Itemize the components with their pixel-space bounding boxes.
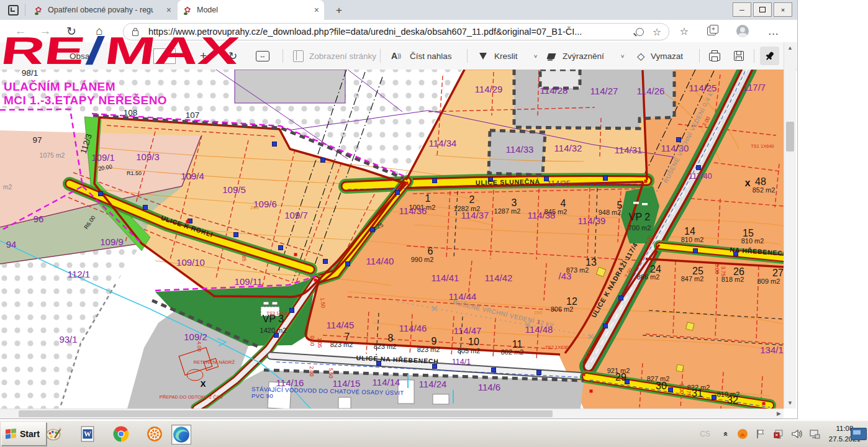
zoom-out-button[interactable]: − [171, 42, 178, 70]
language-indicator[interactable]: CS [700, 430, 710, 438]
favorites-bar-button[interactable]: ☆ [674, 20, 694, 42]
draw-label[interactable]: Kreslit [494, 42, 518, 70]
taskbar-word-button[interactable]: W [78, 425, 97, 443]
taskbar: Start W [0, 420, 868, 447]
page-view-button[interactable] [293, 42, 304, 70]
map-label: 114/47 [454, 325, 482, 336]
map-label: 109/2 [184, 332, 207, 342]
forward-icon[interactable]: → [36, 20, 55, 42]
save-button[interactable] [734, 42, 744, 70]
map-label: 114/42 [485, 273, 513, 283]
back-icon[interactable]: ← [11, 20, 30, 42]
rotate-button[interactable]: ↻ [228, 42, 237, 70]
start-button[interactable]: Start [1, 422, 47, 446]
map-label: 1 [425, 193, 431, 204]
map-label: 5.00 [679, 384, 685, 394]
scroll-right-icon[interactable]: ▶ [777, 410, 781, 417]
horizontal-scrollbar[interactable]: ▶ [0, 409, 784, 418]
minimize-button[interactable]: ─ [733, 2, 751, 17]
map-label: 10 [468, 336, 479, 347]
tab-model[interactable]: ✿ Model × [178, 0, 324, 20]
scroll-down-icon[interactable]: ▼ [784, 400, 796, 406]
tab-actions-button[interactable] [6, 4, 25, 16]
svg-text:W: W [84, 430, 91, 438]
read-aloud-label[interactable]: Číst nahlas [410, 42, 452, 70]
hydrant-symbol [712, 395, 717, 400]
map-label: 109/1 [91, 152, 115, 163]
map-label: 114/26 [637, 86, 665, 96]
print-button[interactable] [709, 42, 720, 70]
device-eject-icon[interactable]: ✕ [772, 428, 785, 440]
draw-chevron-icon[interactable]: ∨ [533, 45, 538, 66]
action-center-flag-icon[interactable] [754, 428, 767, 440]
vertical-scrollbar[interactable]: ▲ ▼ [784, 42, 796, 409]
horizontal-scroll-thumb[interactable] [19, 410, 553, 417]
tray-expand-icon[interactable]: » [718, 428, 731, 440]
taskbar-compass-button[interactable] [145, 425, 164, 443]
map-label: VP 2 [629, 212, 651, 222]
restore-button[interactable] [753, 2, 772, 17]
highlight-label[interactable]: Zvýraznění [563, 42, 604, 70]
red-marker-symbol [762, 402, 766, 405]
pdf-contents-label[interactable]: Obsah [70, 42, 94, 70]
highlighter-icon[interactable] [548, 42, 555, 70]
map-label: 290 [534, 310, 543, 315]
map-label: 114/1 [452, 358, 471, 366]
map-label: 114/28 [540, 85, 568, 96]
word-icon: W [79, 426, 96, 442]
map-label: 114/46 [399, 323, 427, 333]
map-label: 823 m2 [330, 341, 353, 348]
tab-opatreni-obecne-povahy[interactable]: ✿ Opatření obecné povahy - regula × [29, 0, 176, 20]
add-favorite-icon[interactable]: ☆ [653, 26, 661, 38]
draw-pen-icon[interactable] [479, 42, 487, 70]
map-label: 31 [692, 388, 703, 399]
system-tray: CS » ✕ 11:08 27.5.2021 [700, 422, 861, 446]
taskbar-paint-button[interactable] [45, 425, 63, 443]
home-icon[interactable]: ⌂ [90, 20, 109, 42]
map-label: TS3 1X630 [266, 310, 290, 316]
tab-close-icon[interactable]: × [166, 6, 171, 14]
map-label: 107 [186, 111, 200, 120]
map-label: 3.75 [685, 386, 692, 397]
map-canvas[interactable]: 98/1ULAČNÍM PLÁNEMMCI 1.-3.ETAPY NEŘEŠEN… [0, 70, 784, 409]
collections-button[interactable] [702, 20, 721, 42]
url-text[interactable]: https://www.petrovuprahy.cz/e_download.p… [148, 27, 631, 37]
zoom-page-icon[interactable] [636, 28, 644, 36]
close-button[interactable]: × [774, 2, 792, 17]
show-desktop-button[interactable] [851, 428, 867, 440]
new-tab-button[interactable]: + [332, 3, 346, 18]
taskbar-edge-button[interactable] [171, 425, 191, 445]
map-label: 823 m2 [374, 343, 397, 350]
pin-toolbar-button[interactable] [760, 47, 779, 65]
map-label: 990 m2 [411, 256, 434, 263]
taskbar-chrome-button[interactable] [112, 425, 130, 443]
tab-title: Model [197, 6, 218, 14]
network-icon[interactable] [808, 428, 821, 440]
map-label: 109/3 [136, 151, 160, 162]
settings-menu-button[interactable]: … [764, 20, 784, 42]
map-label: RETENČNÍ NÁDRŽ [194, 359, 235, 365]
map-label: 1287 m2 [494, 207, 521, 215]
map-label: 114/36 [399, 205, 427, 216]
hydrant-symbol [279, 246, 283, 250]
hydrant-symbol [694, 249, 698, 253]
map-label: 114/6 [478, 382, 500, 392]
highlight-chevron-icon[interactable]: ∨ [620, 45, 625, 66]
erase-label[interactable]: Vymazat [651, 42, 683, 70]
avast-tray-icon[interactable] [736, 428, 749, 440]
tab-close-icon[interactable]: × [314, 6, 319, 14]
page-view-label[interactable]: Zobrazení stránky [309, 42, 376, 70]
eraser-icon[interactable]: ◇ [637, 42, 644, 70]
scroll-up-icon[interactable]: ▲ [784, 45, 796, 51]
zoom-in-button[interactable]: + [200, 42, 207, 70]
vertical-scroll-thumb[interactable] [786, 122, 794, 151]
read-aloud-icon[interactable]: A)) [391, 42, 401, 70]
url-bar[interactable]: https://www.petrovuprahy.cz/e_download.p… [123, 23, 669, 40]
minimize-icon: ─ [739, 6, 744, 14]
refresh-icon[interactable]: ↻ [62, 20, 81, 42]
profile-button[interactable] [733, 20, 753, 42]
site-favicon: ✿ [183, 5, 192, 15]
fit-width-button[interactable]: ↔ [256, 42, 269, 70]
volume-icon[interactable] [790, 428, 803, 440]
map-label: 4 [561, 198, 566, 209]
